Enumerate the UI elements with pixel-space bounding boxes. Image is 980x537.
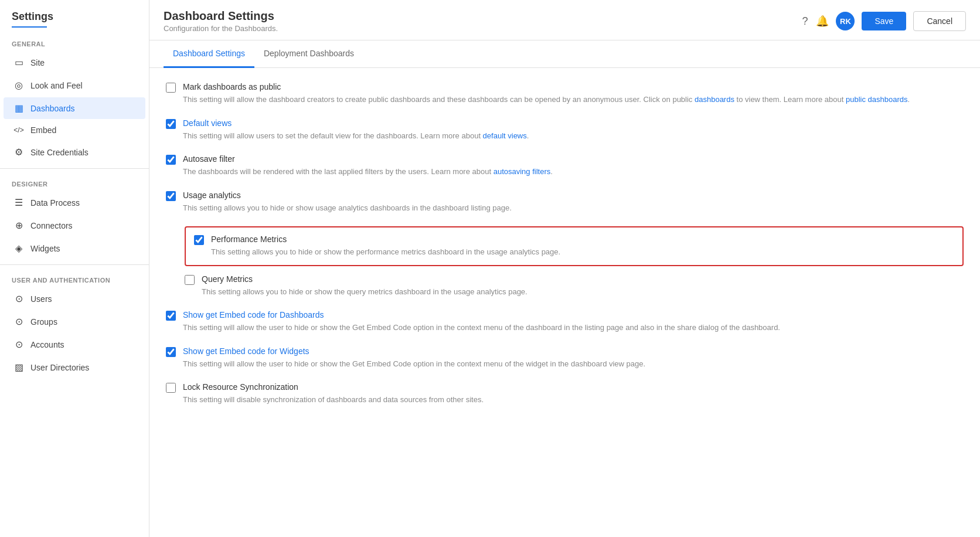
sidebar-item-label: Look and Feel: [30, 81, 83, 90]
embed-icon: </>: [13, 126, 25, 134]
setting-default-views: Default views This setting will allow us…: [166, 118, 964, 142]
setting-desc-lock-sync: This setting will disable synchronizatio…: [183, 394, 484, 406]
checkbox-autosave-filter[interactable]: [166, 155, 176, 165]
setting-performance-metrics: Performance Metrics This setting allows …: [185, 226, 964, 266]
save-button[interactable]: Save: [862, 12, 906, 30]
sidebar-item-embed[interactable]: </> Embed: [4, 120, 145, 140]
setting-text-default-views: Default views This setting will allow us…: [183, 118, 529, 142]
header-right: ? 🔔 RK Save Cancel: [802, 11, 966, 31]
dashboards-icon: ▦: [13, 103, 25, 114]
checkbox-wrap-embed-widgets: [166, 347, 176, 359]
sidebar: Settings GENERAL ▭ Site ◎ Look and Feel …: [0, 0, 149, 537]
avatar: RK: [836, 12, 855, 30]
sidebar-item-groups[interactable]: ⊙ Groups: [4, 311, 145, 332]
setting-query-metrics: Query Metrics This setting allows you to…: [185, 274, 964, 298]
sidebar-item-look-and-feel[interactable]: ◎ Look and Feel: [4, 74, 145, 96]
sidebar-item-users[interactable]: ⊙ Users: [4, 288, 145, 310]
setting-title-perf-metrics: Performance Metrics: [211, 234, 560, 244]
user-dir-icon: ▨: [13, 362, 25, 373]
setting-title-mark-public: Mark dashboards as public: [183, 82, 910, 91]
setting-text-usage-analytics: Usage analytics This setting allows you …: [183, 191, 512, 214]
title-underline: [12, 26, 47, 28]
link-public-dashboards[interactable]: public dashboards: [846, 95, 908, 104]
setting-title-query-metrics: Query Metrics: [202, 274, 528, 284]
checkbox-wrap-lock-sync: [166, 383, 176, 395]
checkbox-wrap-mark-public: [166, 83, 176, 94]
checkbox-wrap-default-views: [166, 119, 176, 131]
setting-autosave-filter: Autosave filter The dashboards will be r…: [166, 154, 964, 178]
tab-deployment-dashboards[interactable]: Deployment Dashboards: [254, 40, 363, 68]
main-content: Dashboard Settings Configuration for the…: [149, 0, 980, 537]
page-subtitle: Configuration for the Dashboards.: [164, 24, 278, 33]
app-title: Settings: [0, 0, 149, 26]
content-area: Dashboard Settings Deployment Dashboards…: [149, 40, 980, 537]
link-autosaving-filters[interactable]: autosaving filters: [494, 167, 551, 176]
help-icon[interactable]: ?: [802, 15, 808, 28]
sidebar-item-label: Site Credentials: [30, 148, 89, 157]
sidebar-item-accounts[interactable]: ⊙ Accounts: [4, 334, 145, 355]
header-icons: ? 🔔: [802, 15, 829, 28]
setting-desc-mark-public: This setting will allow the dashboard cr…: [183, 94, 910, 106]
notification-icon[interactable]: 🔔: [816, 15, 829, 28]
checkbox-performance-metrics[interactable]: [194, 235, 204, 245]
setting-desc-usage-analytics: This setting allows you to hide or show …: [183, 202, 512, 214]
sidebar-item-label: Users: [30, 294, 52, 304]
sidebar-item-site[interactable]: ▭ Site: [4, 52, 145, 73]
section-user-auth: USER AND AUTHENTICATION: [0, 270, 149, 287]
tab-dashboard-settings[interactable]: Dashboard Settings: [164, 40, 254, 68]
checkbox-mark-public[interactable]: [166, 83, 176, 93]
setting-text-mark-public: Mark dashboards as public This setting w…: [183, 82, 910, 106]
tabs-bar: Dashboard Settings Deployment Dashboards: [149, 40, 980, 68]
checkbox-wrap-autosave: [166, 155, 176, 166]
setting-title-default-views: Default views: [183, 118, 529, 128]
divider-2: [0, 264, 149, 265]
setting-title-autosave: Autosave filter: [183, 154, 553, 164]
sidebar-item-data-process[interactable]: ☰ Data Process: [4, 192, 145, 213]
sidebar-item-label: Embed: [30, 125, 56, 135]
sidebar-item-label: Accounts: [30, 340, 64, 349]
sidebar-item-label: Widgets: [30, 244, 60, 253]
checkbox-usage-analytics[interactable]: [166, 191, 176, 201]
checkbox-wrap-embed-dash: [166, 311, 176, 322]
checkbox-default-views[interactable]: [166, 119, 176, 129]
setting-usage-analytics: Usage analytics This setting allows you …: [166, 191, 964, 214]
users-icon: ⊙: [13, 293, 25, 304]
sidebar-item-label: Site: [30, 58, 45, 67]
sidebar-item-label: Dashboards: [30, 104, 75, 113]
sidebar-item-label: Connectors: [30, 221, 73, 230]
connectors-icon: ⊕: [13, 220, 25, 231]
setting-title-usage-analytics: Usage analytics: [183, 191, 512, 200]
setting-desc-autosave: The dashboards will be rendered with the…: [183, 166, 553, 178]
sidebar-item-connectors[interactable]: ⊕ Connectors: [4, 215, 145, 236]
checkbox-embed-widgets[interactable]: [166, 347, 176, 357]
sidebar-item-label: Data Process: [30, 198, 80, 208]
section-designer: DESIGNER: [0, 174, 149, 191]
sidebar-item-user-directories[interactable]: ▨ User Directories: [4, 356, 145, 378]
accounts-icon: ⊙: [13, 339, 25, 350]
checkbox-query-metrics[interactable]: [185, 275, 195, 285]
setting-desc-perf-metrics: This setting allows you to hide or show …: [211, 246, 560, 258]
link-default-views[interactable]: default views: [483, 131, 527, 140]
checkbox-wrap-usage-analytics: [166, 191, 176, 203]
setting-desc-embed-dash: This setting will allow the user to hide…: [183, 322, 780, 334]
cancel-button[interactable]: Cancel: [913, 11, 966, 31]
checkbox-lock-resource-sync[interactable]: [166, 383, 176, 393]
sidebar-item-label: User Directories: [30, 363, 89, 372]
section-general: GENERAL: [0, 33, 149, 51]
credentials-icon: ⚙: [13, 147, 25, 158]
setting-desc-embed-widgets: This setting will allow the user to hide…: [183, 358, 645, 370]
divider-1: [0, 168, 149, 169]
page-title: Dashboard Settings: [164, 9, 278, 23]
setting-mark-public: Mark dashboards as public This setting w…: [166, 82, 964, 106]
sidebar-item-widgets[interactable]: ◈ Widgets: [4, 237, 145, 259]
checkbox-embed-dashboards[interactable]: [166, 311, 176, 321]
setting-embed-dashboards: Show get Embed code for Dashboards This …: [166, 310, 964, 334]
setting-text-perf-metrics: Performance Metrics This setting allows …: [211, 234, 560, 258]
look-feel-icon: ◎: [13, 80, 25, 91]
widgets-icon: ◈: [13, 243, 25, 254]
sidebar-item-site-credentials[interactable]: ⚙ Site Credentials: [4, 141, 145, 163]
sidebar-item-dashboards[interactable]: ▦ Dashboards: [4, 97, 145, 119]
setting-title-embed-dash: Show get Embed code for Dashboards: [183, 310, 780, 320]
link-dashboards[interactable]: dashboards: [695, 95, 734, 104]
setting-text-embed-dash: Show get Embed code for Dashboards This …: [183, 310, 780, 334]
